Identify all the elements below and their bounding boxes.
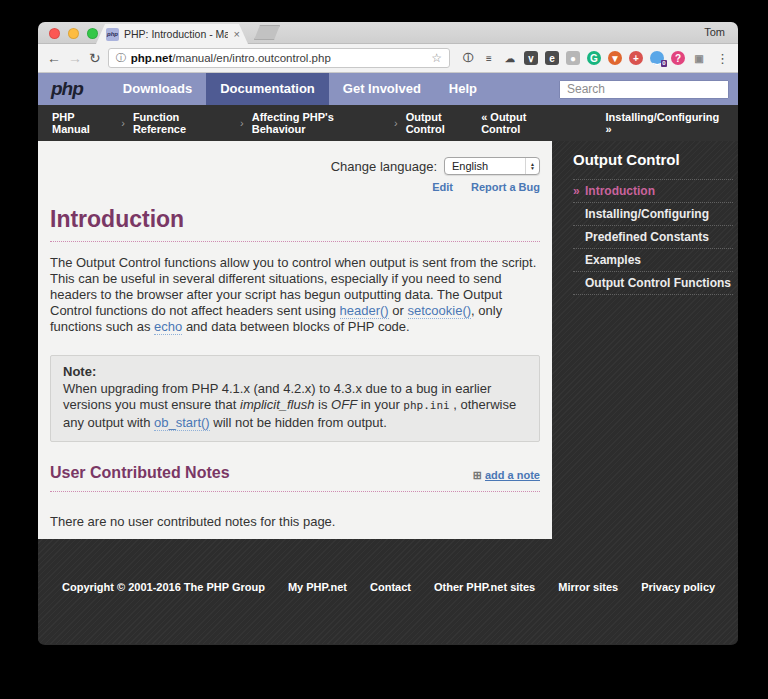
- search-input[interactable]: [559, 80, 729, 99]
- url-domain: php.net: [131, 52, 173, 64]
- breadcrumb-pager: « Output Control Installing/Configuring …: [481, 111, 724, 135]
- new-tab-button[interactable]: [254, 25, 280, 40]
- pages-icon[interactable]: ▣: [692, 51, 706, 65]
- report-bug-link[interactable]: Report a Bug: [471, 181, 540, 193]
- url-text: php.net/manual/en/intro.outcontrol.php: [131, 52, 331, 64]
- breadcrumb-link[interactable]: PHP Manual: [52, 111, 113, 135]
- clock-cross-icon[interactable]: +: [629, 51, 643, 65]
- address-bar[interactable]: ⓘ php.net/manual/en/intro.outcontrol.php…: [108, 48, 450, 68]
- active-marker: »: [573, 184, 580, 198]
- site-info-icon[interactable]: ⓘ: [116, 51, 126, 65]
- breadcrumb: PHP Manual›Function Reference›Affecting …: [38, 105, 738, 141]
- inline-link[interactable]: header(): [340, 303, 389, 319]
- language-selected-value: English: [452, 160, 488, 172]
- breadcrumb-separator: ›: [121, 117, 125, 129]
- inline-link[interactable]: setcookie(): [408, 303, 472, 319]
- layers-icon[interactable]: ≡: [482, 51, 496, 65]
- copyright-text: Copyright © 2001-2016 The PHP Group: [62, 581, 265, 593]
- breadcrumb-link[interactable]: Affecting PHP's Behaviour: [252, 111, 386, 135]
- page-title: Introduction: [50, 206, 540, 242]
- note-title: Note:: [63, 364, 527, 381]
- add-note-plus-icon[interactable]: ⊞: [473, 469, 482, 481]
- breadcrumb-link[interactable]: Function Reference: [133, 111, 232, 135]
- nav-item-downloads[interactable]: Downloads: [109, 73, 206, 105]
- edit-link[interactable]: Edit: [432, 181, 453, 193]
- nav-item-get-involved[interactable]: Get Involved: [329, 73, 435, 105]
- breadcrumb-link[interactable]: Output Control: [406, 111, 482, 135]
- breadcrumb-trail: PHP Manual›Function Reference›Affecting …: [52, 111, 481, 135]
- page-body: Change language: English ▲▼ Edit Report …: [38, 141, 738, 644]
- bookmark-star-icon[interactable]: ☆: [431, 51, 442, 65]
- window-controls: [49, 28, 98, 39]
- footer-link[interactable]: My PHP.net: [288, 581, 347, 593]
- sidebar-list: »IntroductionInstalling/ConfiguringPrede…: [573, 179, 733, 295]
- add-note-link[interactable]: add a note: [485, 469, 540, 481]
- user-notes-title: User Contributed Notes: [50, 464, 230, 482]
- sidebar: Output Control »IntroductionInstalling/C…: [573, 151, 733, 295]
- change-language-label: Change language:: [331, 159, 437, 174]
- ghost-icon[interactable]: ‿0: [650, 51, 664, 65]
- footer-link[interactable]: Contact: [370, 581, 411, 593]
- minimize-window-button[interactable]: [68, 28, 79, 39]
- php-logo[interactable]: php: [51, 78, 83, 100]
- site-navbar: php DownloadsDocumentationGet InvolvedHe…: [38, 73, 738, 105]
- next-page-link[interactable]: Installing/Configuring »: [605, 111, 724, 135]
- footer-link[interactable]: Other PHP.net sites: [434, 581, 535, 593]
- php-favicon: php: [106, 28, 119, 41]
- footer: Copyright © 2001-2016 The PHP GroupMy PH…: [62, 581, 715, 593]
- tab-bar: php PHP: Introduction - Manual × Tom: [38, 22, 738, 44]
- intro-paragraph: The Output Control functions allow you t…: [50, 255, 540, 335]
- sidebar-title: Output Control: [573, 151, 733, 168]
- url-path: /manual/en/intro.outcontrol.php: [172, 52, 331, 64]
- nav-item-documentation[interactable]: Documentation: [206, 73, 329, 105]
- extension-icons: ⓘ≡☁∨e●G▼+‿0?▣: [461, 51, 706, 65]
- edit-row: Edit Report a Bug: [50, 181, 540, 193]
- reload-icon[interactable]: ↻: [89, 51, 101, 65]
- footer-link[interactable]: Mirror sites: [558, 581, 618, 593]
- browser-menu-icon[interactable]: ⋮: [716, 51, 729, 66]
- grammarly-icon[interactable]: G: [587, 51, 601, 65]
- ghost-icon-badge: 0: [661, 60, 667, 67]
- breadcrumb-separator: ›: [394, 117, 398, 129]
- main-nav: DownloadsDocumentationGet InvolvedHelp: [109, 73, 491, 105]
- content-panel: Change language: English ▲▼ Edit Report …: [38, 141, 552, 539]
- browser-window: php PHP: Introduction - Manual × Tom ← →…: [38, 22, 738, 645]
- shield-fox-icon[interactable]: ▼: [608, 51, 622, 65]
- inline-link[interactable]: ob_start(): [154, 415, 210, 431]
- help-icon[interactable]: ?: [671, 51, 685, 65]
- empty-notes-message: There are no user contributed notes for …: [50, 514, 540, 529]
- language-row: Change language: English ▲▼: [50, 157, 540, 175]
- close-window-button[interactable]: [49, 28, 60, 39]
- browser-toolbar: ← → ↻ ⓘ php.net/manual/en/intro.outcontr…: [38, 44, 738, 73]
- note-body: When upgrading from PHP 4.1.x (and 4.2.x…: [63, 381, 527, 432]
- add-note: ⊞add a note: [473, 469, 540, 482]
- prev-page-link[interactable]: « Output Control: [481, 111, 565, 135]
- sidebar-item-predefined-constants[interactable]: Predefined Constants: [573, 225, 733, 248]
- forward-icon[interactable]: →: [68, 51, 82, 65]
- browser-tab[interactable]: php PHP: Introduction - Manual ×: [96, 24, 248, 44]
- sidebar-item-introduction[interactable]: »Introduction: [573, 179, 733, 202]
- camera-icon[interactable]: ●: [566, 51, 580, 65]
- evernote-icon[interactable]: e: [545, 51, 559, 65]
- breadcrumb-separator: ›: [240, 117, 244, 129]
- inline-link[interactable]: echo: [154, 319, 182, 335]
- sidebar-item-examples[interactable]: Examples: [573, 248, 733, 271]
- select-arrows-icon: ▲▼: [525, 158, 539, 174]
- tab-close-icon[interactable]: ×: [234, 29, 240, 40]
- user-notes-header: User Contributed Notes ⊞add a note: [50, 464, 540, 492]
- pocket-icon[interactable]: ∨: [524, 51, 538, 65]
- browser-profile-name[interactable]: Tom: [704, 26, 725, 38]
- note-box: Note: When upgrading from PHP 4.1.x (and…: [50, 355, 540, 442]
- back-icon[interactable]: ←: [47, 51, 61, 65]
- tab-title: PHP: Introduction - Manual: [124, 28, 228, 40]
- zoom-window-button[interactable]: [87, 28, 98, 39]
- nav-item-help[interactable]: Help: [435, 73, 491, 105]
- cloud-icon[interactable]: ☁: [503, 51, 517, 65]
- sidebar-item-installing-configuring[interactable]: Installing/Configuring: [573, 202, 733, 225]
- sidebar-item-output-control-functions[interactable]: Output Control Functions: [573, 271, 733, 295]
- language-select[interactable]: English ▲▼: [444, 157, 540, 175]
- footer-link[interactable]: Privacy policy: [641, 581, 715, 593]
- reader-mode-icon[interactable]: ⓘ: [461, 51, 475, 65]
